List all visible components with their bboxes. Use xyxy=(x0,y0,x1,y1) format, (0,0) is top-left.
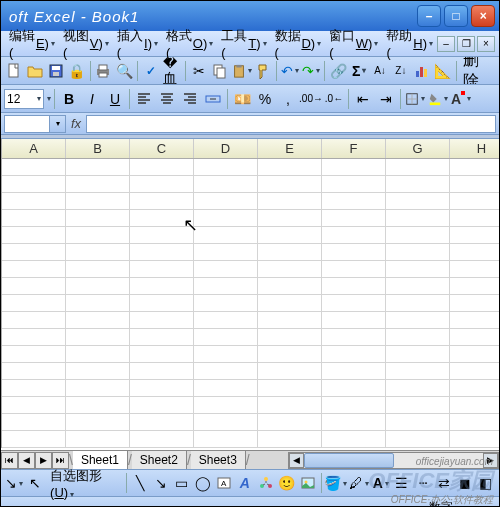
cell[interactable] xyxy=(194,227,258,243)
cell[interactable] xyxy=(322,278,386,294)
cell[interactable] xyxy=(258,380,322,396)
undo-icon[interactable]: ↶▾ xyxy=(280,60,300,82)
cell[interactable] xyxy=(194,329,258,345)
cells-area[interactable] xyxy=(2,159,500,448)
chart-icon[interactable] xyxy=(412,60,432,82)
cell[interactable] xyxy=(2,346,66,362)
sheet-tab[interactable]: Sheet3 xyxy=(191,451,246,469)
sheet-tab[interactable]: Sheet2 xyxy=(132,451,187,469)
cell[interactable] xyxy=(130,312,194,328)
currency-icon[interactable]: 💴 xyxy=(231,88,253,110)
cell[interactable] xyxy=(194,431,258,447)
sort-desc-icon[interactable]: Z↓ xyxy=(391,60,411,82)
font-color-draw-icon[interactable]: A▾ xyxy=(371,472,391,494)
cell[interactable] xyxy=(2,397,66,413)
line-color-icon[interactable]: 🖊▾ xyxy=(348,472,370,494)
cell[interactable] xyxy=(258,278,322,294)
increase-indent-icon[interactable]: ⇥ xyxy=(375,88,397,110)
cell[interactable] xyxy=(450,363,500,379)
cut-icon[interactable]: ✂ xyxy=(189,60,209,82)
permission-icon[interactable]: 🔒 xyxy=(67,60,87,82)
menu-v[interactable]: 视图(V)▾ xyxy=(59,25,113,62)
name-box-drop-icon[interactable]: ▾ xyxy=(49,116,65,132)
paste-icon[interactable]: ▾ xyxy=(231,60,253,82)
cell[interactable] xyxy=(450,159,500,175)
cell[interactable] xyxy=(386,193,450,209)
cell[interactable] xyxy=(66,295,130,311)
cell[interactable] xyxy=(66,210,130,226)
tab-nav-3[interactable]: ⏭ xyxy=(52,452,69,469)
tab-nav-0[interactable]: ⏮ xyxy=(1,452,18,469)
cell[interactable] xyxy=(194,244,258,260)
cell[interactable] xyxy=(386,397,450,413)
cell[interactable] xyxy=(322,159,386,175)
cell[interactable] xyxy=(386,176,450,192)
name-box[interactable]: ▾ xyxy=(4,115,66,133)
cell[interactable] xyxy=(450,414,500,430)
cell[interactable] xyxy=(194,261,258,277)
cell[interactable] xyxy=(130,193,194,209)
cell[interactable] xyxy=(194,380,258,396)
spelling-icon[interactable]: ✓ xyxy=(141,60,161,82)
cell[interactable] xyxy=(130,431,194,447)
cell[interactable] xyxy=(194,193,258,209)
cell[interactable] xyxy=(66,346,130,362)
diagram-icon[interactable] xyxy=(256,472,276,494)
cell[interactable] xyxy=(66,176,130,192)
cell[interactable] xyxy=(130,363,194,379)
clipart-icon[interactable]: 🙂 xyxy=(277,472,297,494)
cell[interactable] xyxy=(2,414,66,430)
cell[interactable] xyxy=(258,159,322,175)
menu-e[interactable]: 编辑(E)▾ xyxy=(5,25,59,62)
col-header-B[interactable]: B xyxy=(66,139,130,158)
cell[interactable] xyxy=(2,176,66,192)
sheet-tab-active[interactable]: Sheet1 xyxy=(73,451,128,469)
cell[interactable] xyxy=(130,414,194,430)
cell[interactable] xyxy=(386,329,450,345)
decrease-indent-icon[interactable]: ⇤ xyxy=(352,88,374,110)
cell[interactable] xyxy=(2,261,66,277)
italic-icon[interactable]: I xyxy=(81,88,103,110)
cell[interactable] xyxy=(450,312,500,328)
cell[interactable] xyxy=(2,244,66,260)
menu-t[interactable]: 工具(T)▾ xyxy=(217,25,270,62)
cell[interactable] xyxy=(450,431,500,447)
format-painter-icon[interactable] xyxy=(254,60,274,82)
cell[interactable] xyxy=(258,431,322,447)
cell[interactable] xyxy=(2,278,66,294)
cell[interactable] xyxy=(258,244,322,260)
cell[interactable] xyxy=(66,193,130,209)
cell[interactable] xyxy=(322,380,386,396)
cell[interactable] xyxy=(322,414,386,430)
cell[interactable] xyxy=(130,227,194,243)
formula-input[interactable] xyxy=(86,115,496,133)
cell[interactable] xyxy=(258,295,322,311)
horizontal-scrollbar[interactable]: ◀ ▶ xyxy=(288,452,499,469)
cell[interactable] xyxy=(450,261,500,277)
bold-icon[interactable]: B xyxy=(58,88,80,110)
fx-icon[interactable]: fx xyxy=(66,116,86,131)
cell[interactable] xyxy=(66,431,130,447)
autoshapes-button[interactable]: 自选图形(U)▾ xyxy=(46,467,123,500)
cell[interactable] xyxy=(130,295,194,311)
shadow-icon[interactable]: ◼ xyxy=(455,472,475,494)
copy-icon[interactable] xyxy=(210,60,230,82)
cell[interactable] xyxy=(258,210,322,226)
chevron-down-icon[interactable]: ▾ xyxy=(37,94,41,103)
cell[interactable] xyxy=(386,244,450,260)
cell[interactable] xyxy=(66,159,130,175)
cell[interactable] xyxy=(130,380,194,396)
autosum-icon[interactable]: Σ▾ xyxy=(349,60,369,82)
cell[interactable] xyxy=(130,261,194,277)
cell[interactable] xyxy=(2,312,66,328)
select-objects-icon[interactable]: ↖ xyxy=(25,472,45,494)
cell[interactable] xyxy=(322,363,386,379)
cell[interactable] xyxy=(2,329,66,345)
cell[interactable] xyxy=(322,227,386,243)
maximize-button[interactable]: □ xyxy=(444,5,468,27)
dash-style-icon[interactable]: ┄ xyxy=(413,472,433,494)
cell[interactable] xyxy=(2,159,66,175)
tab-nav-2[interactable]: ▶ xyxy=(35,452,52,469)
align-center-icon[interactable] xyxy=(156,88,178,110)
decrease-decimal-icon[interactable]: .0← xyxy=(323,88,345,110)
